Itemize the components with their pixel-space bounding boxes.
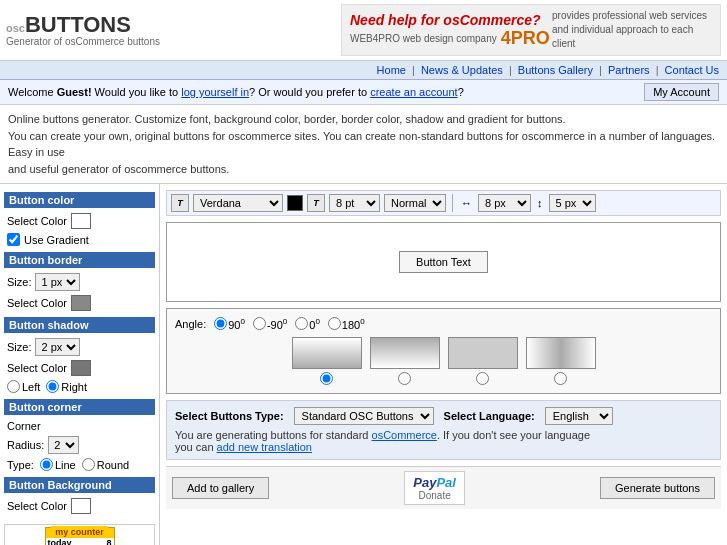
font-size-select[interactable]: 6 pt 8 pt 10 pt 12 pt [329, 194, 380, 212]
font-color-icon[interactable] [287, 195, 303, 211]
font-family-select[interactable]: Verdana Arial Times New Roman [193, 194, 283, 212]
preview-button[interactable]: Button Text [399, 251, 488, 273]
ad-4pro: 4PRO [501, 28, 550, 49]
create-account-link[interactable]: create an account [370, 86, 457, 98]
degree2: 0 [283, 317, 287, 326]
border-select-color-label: Select Color [7, 297, 67, 309]
nav-news[interactable]: News & Updates [421, 64, 503, 76]
degree1: 0 [240, 317, 244, 326]
button-color-box[interactable] [71, 213, 91, 229]
shadow-color-row: Select Color [4, 358, 155, 378]
counter-label: my counter [51, 526, 108, 538]
grad-box-3[interactable] [448, 337, 518, 369]
shadow-left-radio[interactable] [7, 380, 20, 393]
button-corner-title: Button corner [4, 399, 155, 415]
grad-sample-3 [448, 337, 518, 385]
border-size-label: Size: [7, 276, 31, 288]
ad-4pro-row: WEB4PRO web design company 4PRO [350, 28, 552, 49]
info-line2: you can [175, 441, 217, 453]
button-color-row: Select Color [4, 211, 155, 231]
logo: oscBUTTONS [6, 14, 341, 36]
welcome-mid1: Would you like to [92, 86, 182, 98]
angle-90-radio[interactable] [214, 317, 227, 330]
counter-today-value: 8 [106, 538, 111, 545]
nav-contact[interactable]: Contact Us [665, 64, 719, 76]
generate-buttons-button[interactable]: Generate buttons [600, 477, 715, 499]
bg-color-box[interactable] [71, 498, 91, 514]
angle-label: Angle: [175, 318, 206, 330]
counter-display: my counter today 8 total 60584 [45, 527, 115, 545]
v-spacing-select[interactable]: 3 px 4 px 5 px 6 px [549, 194, 596, 212]
angle-180-label[interactable]: 1800 [328, 317, 365, 331]
type-round-radio[interactable] [82, 458, 95, 471]
desc-line1: Online buttons generator. Customize font… [8, 111, 719, 128]
type-line-text: Line [55, 459, 76, 471]
welcome-end: ? [458, 86, 464, 98]
select-color-label: Select Color [7, 215, 67, 227]
angle-90-text: 900 [228, 317, 245, 331]
shadow-select-color-label: Select Color [7, 362, 67, 374]
nav-partners[interactable]: Partners [608, 64, 650, 76]
bottom-row1: Select Buttons Type: Standard OSC Button… [175, 407, 712, 425]
grad-box-2[interactable] [370, 337, 440, 369]
angle-neg90-text: -900 [267, 317, 287, 331]
grad-radio-2[interactable] [398, 372, 411, 385]
degree4: 0 [360, 317, 364, 326]
paypal-pal: Pal [436, 475, 456, 490]
welcome-text: Welcome Guest! Would you like to log you… [8, 86, 464, 98]
right-panel: T Verdana Arial Times New Roman T 6 pt 8… [160, 184, 727, 545]
border-color-box[interactable] [71, 295, 91, 311]
use-gradient-label: Use Gradient [24, 234, 89, 246]
nav-gallery[interactable]: Buttons Gallery [518, 64, 593, 76]
angle-neg90-label[interactable]: -900 [253, 317, 287, 331]
ad-left: Need help for osCommerce? WEB4PRO web de… [350, 12, 552, 49]
paypal-pay: Pay [413, 475, 436, 490]
gradient-samples [175, 337, 712, 385]
oscommerce-link[interactable]: osCommerce [372, 429, 437, 441]
add-translation-link[interactable]: add new translation [217, 441, 312, 453]
paypal-donate-button[interactable]: PayPal Donate [404, 471, 465, 505]
angle-90-label[interactable]: 900 [214, 317, 245, 331]
angle-neg90-radio[interactable] [253, 317, 266, 330]
font-style-select[interactable]: Normal Bold Italic [384, 194, 446, 212]
angle-0-radio[interactable] [295, 317, 308, 330]
shadow-size-row: Size: 1 px2 px3 px [4, 336, 155, 358]
type-line-label[interactable]: Line [40, 458, 76, 471]
shadow-right-radio[interactable] [46, 380, 59, 393]
corner-type-row: Type: Line Round [4, 456, 155, 473]
grad-box-1[interactable] [292, 337, 362, 369]
border-size-select[interactable]: 1 px2 px3 px [35, 273, 80, 291]
grad-radio-1[interactable] [320, 372, 333, 385]
button-color-title: Button color [4, 192, 155, 208]
angle-0-label[interactable]: 00 [295, 317, 320, 331]
h-spacing-select[interactable]: 4 px 6 px 8 px 10 px [478, 194, 531, 212]
nav-home[interactable]: Home [377, 64, 406, 76]
shadow-right-label[interactable]: Right [46, 380, 87, 393]
grad-sample-1 [292, 337, 362, 385]
angle-row: Angle: 900 -900 00 1800 [175, 317, 712, 331]
angle-180-radio[interactable] [328, 317, 341, 330]
info-line1-before: You are generating buttons for standard [175, 429, 372, 441]
toolbar-divider1 [452, 194, 453, 212]
desc-line2: You can create your own, original button… [8, 128, 719, 161]
add-to-gallery-button[interactable]: Add to gallery [172, 477, 269, 499]
shadow-color-box[interactable] [71, 360, 91, 376]
type-round-label[interactable]: Round [82, 458, 129, 471]
shadow-size-select[interactable]: 1 px2 px3 px [35, 338, 80, 356]
grad-box-4[interactable] [526, 337, 596, 369]
footer-bar: Add to gallery PayPal Donate Generate bu… [166, 466, 721, 509]
radius-select[interactable]: 12345 [48, 436, 79, 454]
language-select[interactable]: English German French [545, 407, 613, 425]
bg-color-row: Select Color [4, 496, 155, 516]
grad-radio-3[interactable] [476, 372, 489, 385]
use-gradient-checkbox[interactable] [7, 233, 20, 246]
button-type-select[interactable]: Standard OSC Buttons Custom Buttons [294, 407, 434, 425]
border-color-row: Select Color [4, 293, 155, 313]
my-account-button[interactable]: My Account [644, 83, 719, 101]
angle-180-text: 1800 [342, 317, 365, 331]
login-link[interactable]: log yourself in [181, 86, 249, 98]
button-border-title: Button border [4, 252, 155, 268]
type-line-radio[interactable] [40, 458, 53, 471]
shadow-left-label[interactable]: Left [7, 380, 40, 393]
grad-radio-4[interactable] [554, 372, 567, 385]
